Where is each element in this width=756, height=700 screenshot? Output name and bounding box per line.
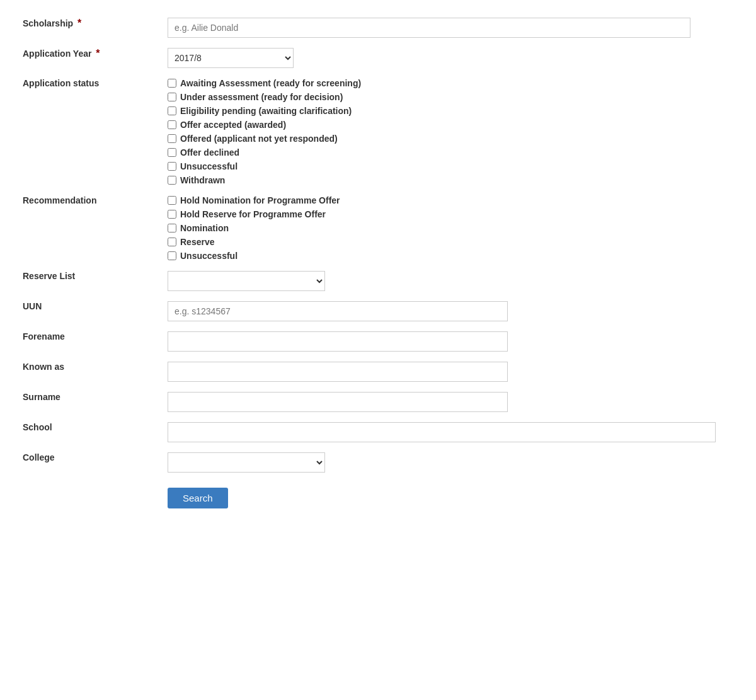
scholarship-required-star: * (77, 18, 81, 28)
application-year-select[interactable]: 2017/8 2016/7 2015/6 2014/5 (168, 48, 294, 68)
status-offer-accepted[interactable]: Offer accepted (awarded) (168, 120, 733, 130)
forename-row: Forename (19, 326, 737, 357)
rec-hold-nomination-label: Hold Nomination for Programme Offer (180, 195, 340, 205)
rec-hold-reserve-checkbox[interactable] (168, 210, 176, 219)
application-year-row: Application Year * 2017/8 2016/7 2015/6 … (19, 43, 737, 73)
rec-nomination[interactable]: Nomination (168, 223, 733, 233)
application-status-label: Application status (19, 73, 164, 190)
known-as-row: Known as (19, 357, 737, 387)
status-eligibility-pending-checkbox[interactable] (168, 106, 176, 115)
rec-hold-nomination-checkbox[interactable] (168, 196, 176, 205)
rec-hold-reserve-label: Hold Reserve for Programme Offer (180, 209, 326, 219)
status-eligibility-pending-label: Eligibility pending (awaiting clarificat… (180, 106, 352, 116)
status-offer-accepted-label: Offer accepted (awarded) (180, 120, 286, 130)
known-as-input[interactable] (168, 362, 508, 382)
application-year-label: Application Year * (19, 43, 164, 73)
status-withdrawn-label: Withdrawn (180, 175, 225, 185)
status-awaiting-assessment[interactable]: Awaiting Assessment (ready for screening… (168, 78, 733, 88)
surname-label: Surname (19, 387, 164, 417)
school-input[interactable] (168, 422, 716, 442)
uun-row: UUN (19, 296, 737, 326)
status-under-assessment-checkbox[interactable] (168, 93, 176, 101)
forename-input[interactable] (168, 331, 508, 352)
status-unsuccessful[interactable]: Unsuccessful (168, 161, 733, 171)
college-row: College (19, 447, 737, 478)
school-row: School (19, 417, 737, 447)
status-unsuccessful-label: Unsuccessful (180, 161, 238, 171)
status-offer-declined-label: Offer declined (180, 147, 239, 158)
status-eligibility-pending[interactable]: Eligibility pending (awaiting clarificat… (168, 106, 733, 116)
recommendation-row: Recommendation Hold Nomination for Progr… (19, 190, 737, 266)
reserve-list-select[interactable] (168, 271, 325, 291)
forename-label: Forename (19, 326, 164, 357)
status-offered-label: Offered (applicant not yet responded) (180, 134, 338, 144)
rec-hold-reserve[interactable]: Hold Reserve for Programme Offer (168, 209, 733, 219)
rec-reserve[interactable]: Reserve (168, 237, 733, 247)
rec-reserve-label: Reserve (180, 237, 215, 247)
scholarship-row: Scholarship * (19, 13, 737, 43)
status-awaiting-assessment-checkbox[interactable] (168, 79, 176, 88)
college-label: College (19, 447, 164, 478)
recommendation-label: Recommendation (19, 190, 164, 266)
status-withdrawn[interactable]: Withdrawn (168, 175, 733, 185)
uun-input[interactable] (168, 301, 508, 321)
status-awaiting-assessment-label: Awaiting Assessment (ready for screening… (180, 78, 361, 88)
status-offer-declined[interactable]: Offer declined (168, 147, 733, 158)
rec-nomination-checkbox[interactable] (168, 224, 176, 232)
rec-reserve-checkbox[interactable] (168, 238, 176, 246)
status-withdrawn-checkbox[interactable] (168, 176, 176, 185)
rec-nomination-label: Nomination (180, 223, 229, 233)
status-unsuccessful-checkbox[interactable] (168, 162, 176, 171)
reserve-list-row: Reserve List (19, 266, 737, 296)
rec-unsuccessful-checkbox[interactable] (168, 251, 176, 260)
search-button-row: Search (19, 478, 737, 514)
search-form: Scholarship * Application Year * 2017/8 … (19, 13, 737, 514)
uun-label: UUN (19, 296, 164, 326)
college-select[interactable] (168, 452, 325, 473)
reserve-list-label: Reserve List (19, 266, 164, 296)
surname-input[interactable] (168, 392, 508, 412)
rec-unsuccessful-label: Unsuccessful (180, 251, 238, 261)
status-offer-declined-checkbox[interactable] (168, 148, 176, 157)
rec-hold-nomination[interactable]: Hold Nomination for Programme Offer (168, 195, 733, 205)
recommendation-checkboxes: Hold Nomination for Programme Offer Hold… (168, 195, 733, 261)
school-label: School (19, 417, 164, 447)
surname-row: Surname (19, 387, 737, 417)
application-year-required-star: * (96, 48, 100, 59)
status-offered-checkbox[interactable] (168, 134, 176, 143)
status-under-assessment-label: Under assessment (ready for decision) (180, 92, 343, 102)
search-button[interactable]: Search (168, 488, 228, 508)
application-status-row: Application status Awaiting Assessment (… (19, 73, 737, 190)
status-offered[interactable]: Offered (applicant not yet responded) (168, 134, 733, 144)
rec-unsuccessful[interactable]: Unsuccessful (168, 251, 733, 261)
status-offer-accepted-checkbox[interactable] (168, 120, 176, 129)
application-status-checkboxes: Awaiting Assessment (ready for screening… (168, 78, 733, 185)
status-under-assessment[interactable]: Under assessment (ready for decision) (168, 92, 733, 102)
scholarship-label: Scholarship * (19, 13, 164, 43)
scholarship-input[interactable] (168, 18, 690, 38)
known-as-label: Known as (19, 357, 164, 387)
